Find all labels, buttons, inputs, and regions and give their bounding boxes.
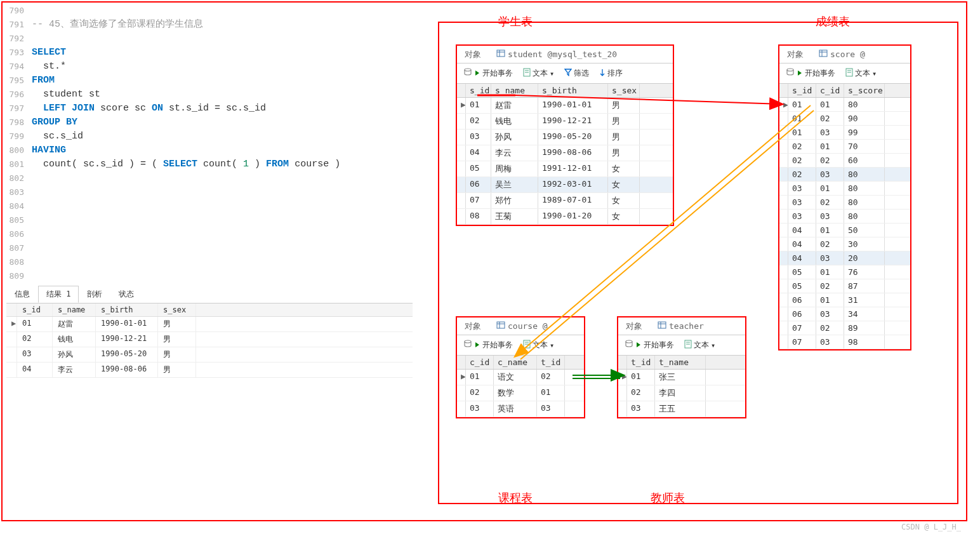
table-row[interactable]: 05周梅1991-12-01女 (457, 161, 673, 177)
code-line[interactable]: HAVING (32, 144, 66, 157)
code-line[interactable]: sc.s_id (32, 130, 83, 144)
table-row[interactable]: 050287 (779, 279, 910, 293)
cell[interactable]: 04 (788, 224, 816, 237)
cell[interactable]: 02 (816, 237, 844, 251)
cell[interactable]: 1990-05-20 (538, 130, 608, 145)
cell[interactable]: 07 (788, 321, 816, 335)
cell[interactable]: 王五 (655, 401, 706, 417)
cell[interactable]: 03 (816, 126, 844, 139)
cell[interactable]: 女 (608, 161, 640, 177)
table-row[interactable]: 040320 (779, 251, 910, 265)
cell[interactable]: 80 (844, 196, 885, 209)
cell[interactable]: 02 (627, 385, 655, 401)
cell[interactable]: 01 (788, 112, 816, 125)
table-row[interactable]: 02钱电1990-12-21男 (457, 114, 673, 130)
table-row[interactable]: ▶01赵雷1990-01-01男 (6, 317, 413, 332)
table-row[interactable]: 020380 (779, 168, 910, 182)
cell[interactable]: 01 (466, 370, 494, 385)
cell[interactable]: 31 (844, 293, 885, 307)
cell[interactable]: 03 (788, 210, 816, 223)
cell[interactable]: 05 (788, 279, 816, 293)
code-line[interactable]: SELECT (32, 46, 66, 60)
cell[interactable]: 03 (816, 307, 844, 321)
code-line[interactable]: LEFT JOIN score sc ON st.s_id = sc.s_id (32, 102, 266, 116)
cell[interactable]: 80 (844, 210, 885, 223)
data-grid[interactable]: s_ids_names_births_sex▶01赵雷1990-01-01男02… (457, 84, 673, 225)
tab-status[interactable]: 状态 (110, 286, 142, 303)
column-header[interactable]: t_name (655, 356, 706, 369)
cell[interactable]: 02 (788, 140, 816, 153)
cell[interactable]: 02 (17, 332, 53, 347)
cell[interactable]: 02 (466, 385, 494, 401)
column-header[interactable]: c_id (466, 356, 494, 369)
cell[interactable]: 02 (788, 154, 816, 167)
cell[interactable]: 01 (816, 182, 844, 195)
cell[interactable]: 李四 (655, 385, 706, 401)
cell[interactable]: 02 (816, 112, 844, 125)
cell[interactable]: 04 (466, 145, 491, 161)
cell[interactable]: 王菊 (491, 209, 538, 224)
table-row[interactable]: 060334 (779, 307, 910, 321)
cell[interactable]: 03 (816, 335, 844, 349)
column-header[interactable]: s_score (844, 84, 885, 97)
cell[interactable]: 钱电 (491, 114, 538, 129)
cell[interactable]: 孙风 (491, 130, 538, 145)
begin-transaction-button[interactable]: 开始事务 (461, 338, 515, 352)
table-row[interactable]: 03王五 (618, 401, 745, 417)
cell[interactable]: 03 (466, 130, 491, 145)
text-button[interactable]: 文本▾ (520, 67, 557, 80)
cell[interactable]: 1990-08-06 (538, 145, 608, 161)
cell[interactable]: 02 (788, 168, 816, 181)
cell[interactable]: 08 (466, 209, 491, 224)
cell[interactable]: 01 (788, 98, 816, 111)
data-grid[interactable]: t_idt_name▶01张三02李四03王五 (618, 356, 745, 417)
table-row[interactable]: 030280 (779, 196, 910, 210)
cell[interactable]: 1990-12-21 (538, 114, 608, 129)
cell[interactable]: 02 (816, 154, 844, 167)
cell[interactable]: 01 (816, 98, 844, 111)
table-row[interactable]: 020260 (779, 154, 910, 168)
column-header[interactable]: s_name (491, 84, 538, 97)
text-button[interactable]: 文本▾ (682, 338, 718, 352)
cell[interactable]: 语文 (494, 370, 537, 385)
db-tab-objects[interactable]: 对象 (779, 46, 811, 63)
code-line[interactable]: GROUP BY (32, 116, 77, 130)
table-row[interactable]: 010290 (779, 112, 910, 126)
cell[interactable]: 男 (158, 317, 196, 331)
column-header[interactable]: s_id (17, 304, 53, 316)
cell[interactable]: 03 (816, 251, 844, 265)
cell[interactable]: 30 (844, 237, 885, 251)
cell[interactable]: 1990-01-01 (538, 98, 608, 113)
table-row[interactable]: ▶01赵雷1990-01-01男 (457, 98, 673, 114)
cell[interactable]: 数学 (494, 385, 537, 401)
db-tab-objects[interactable]: 对象 (457, 46, 489, 63)
column-header[interactable]: c_id (816, 84, 844, 97)
table-row[interactable]: 070398 (779, 335, 910, 349)
cell[interactable]: 06 (788, 293, 816, 307)
cell[interactable]: 男 (608, 114, 640, 129)
cell[interactable]: 34 (844, 307, 885, 321)
cell[interactable]: 90 (844, 112, 885, 125)
cell[interactable]: 1989-07-01 (538, 193, 608, 208)
column-header[interactable]: s_birth (96, 304, 158, 316)
cell[interactable]: 孙风 (53, 347, 96, 362)
column-header[interactable]: s_sex (608, 84, 640, 97)
table-row[interactable]: 07郑竹1989-07-01女 (457, 193, 673, 209)
tab-result[interactable]: 结果 1 (38, 286, 79, 303)
table-row[interactable]: 04李云1990-08-06男 (457, 145, 673, 161)
table-row[interactable]: 050176 (779, 265, 910, 279)
begin-transaction-button[interactable]: 开始事务 (622, 338, 677, 352)
table-row[interactable]: 03孙风1990-05-20男 (6, 347, 413, 363)
column-header[interactable]: s_id (466, 84, 491, 97)
table-row[interactable]: 030380 (779, 210, 910, 224)
code-line[interactable]: student st (32, 88, 100, 102)
text-button[interactable]: 文本▾ (520, 338, 557, 352)
table-row[interactable]: 040230 (779, 237, 910, 251)
cell[interactable]: 80 (844, 98, 885, 111)
cell[interactable]: 钱电 (53, 332, 96, 347)
cell[interactable]: 02 (816, 196, 844, 209)
cell[interactable]: 女 (608, 177, 640, 192)
code-line[interactable]: count( sc.s_id ) = ( SELECT count( 1 ) F… (32, 157, 340, 171)
cell[interactable]: 01 (816, 293, 844, 307)
cell[interactable]: 01 (816, 224, 844, 237)
